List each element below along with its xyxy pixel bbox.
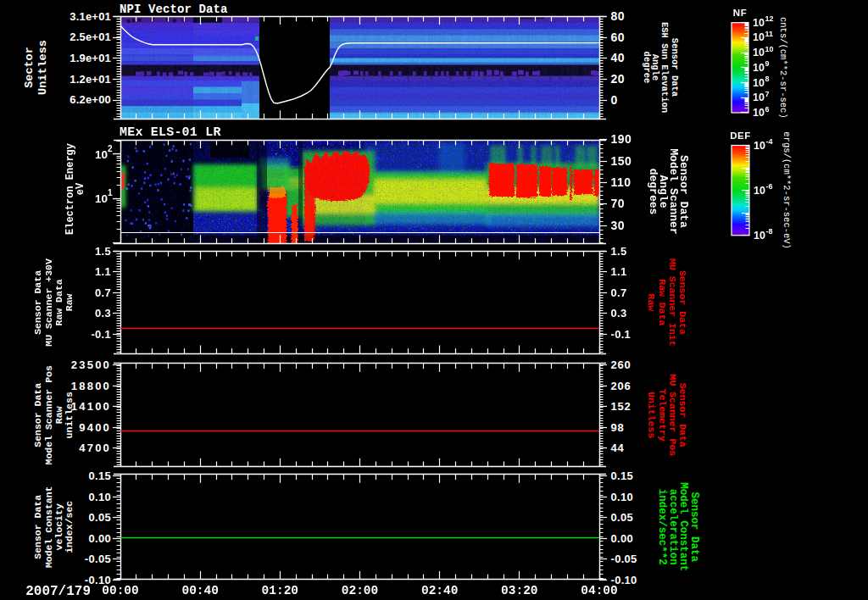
svg-text:degrees: degrees: [647, 169, 659, 215]
svg-text:00:40: 00:40: [181, 584, 219, 597]
svg-text:index/sec: index/sec: [64, 501, 75, 553]
svg-text:10: 10: [765, 45, 774, 53]
svg-text:1.9e+01: 1.9e+01: [70, 52, 111, 64]
svg-text:30: 30: [611, 219, 626, 232]
svg-text:ergs/(cm**2-sr-sec-eV): ergs/(cm**2-sr-sec-eV): [782, 131, 792, 249]
svg-text:0.3: 0.3: [95, 307, 111, 319]
svg-text:02:00: 02:00: [342, 584, 379, 597]
svg-text:9: 9: [765, 59, 770, 68]
svg-text:1: 1: [108, 188, 113, 197]
svg-text:10: 10: [753, 77, 765, 89]
svg-text:01:20: 01:20: [262, 584, 299, 597]
svg-text:03:20: 03:20: [501, 584, 538, 597]
svg-text:Unitless: Unitless: [646, 392, 657, 438]
svg-text:110: 110: [611, 175, 632, 189]
svg-text:0.05: 0.05: [611, 511, 634, 524]
svg-text:Model Constant: Model Constant: [43, 486, 54, 568]
svg-text:4700: 4700: [79, 442, 111, 454]
svg-text:DEF: DEF: [730, 131, 751, 141]
svg-text:0.00: 0.00: [88, 532, 111, 545]
svg-text:6: 6: [765, 105, 770, 114]
svg-text:NF: NF: [733, 8, 747, 18]
svg-text:1.1: 1.1: [95, 265, 111, 278]
svg-text:1.5: 1.5: [95, 245, 111, 258]
svg-text:10: 10: [753, 107, 765, 119]
svg-text:1.2e+01: 1.2e+01: [70, 73, 111, 86]
svg-text:Sensor Data: Sensor Data: [33, 383, 44, 447]
svg-text:-0.1: -0.1: [91, 328, 111, 341]
svg-text:10: 10: [95, 192, 108, 205]
svg-text:MU Scanner +30V: MU Scanner +30V: [43, 258, 54, 347]
svg-text:23500: 23500: [71, 358, 111, 371]
svg-text:10: 10: [95, 148, 108, 161]
svg-text:Telemetry: Telemetry: [657, 389, 668, 442]
svg-text:152: 152: [611, 400, 632, 413]
svg-text:260: 260: [611, 358, 632, 371]
svg-text:12: 12: [765, 14, 774, 23]
svg-text:40: 40: [611, 51, 626, 64]
svg-text:206: 206: [611, 380, 632, 392]
svg-text:-0.05: -0.05: [611, 553, 637, 565]
svg-text:98: 98: [611, 421, 625, 434]
svg-text:20: 20: [611, 72, 626, 86]
svg-text:2.5e+01: 2.5e+01: [70, 31, 111, 43]
svg-text:0.7: 0.7: [611, 286, 627, 299]
svg-text:3.1e+01: 3.1e+01: [70, 10, 111, 23]
svg-text:02:40: 02:40: [421, 584, 459, 597]
svg-text:Sensor Data: Sensor Data: [33, 495, 44, 559]
svg-text:6.2e+00: 6.2e+00: [70, 93, 111, 106]
svg-text:MEx ELS-01 LR: MEx ELS-01 LR: [120, 125, 221, 140]
svg-text:Model Scanner Pos: Model Scanner Pos: [43, 365, 54, 464]
svg-text:10: 10: [753, 62, 765, 74]
svg-text:2007/179: 2007/179: [25, 584, 91, 599]
svg-text:10: 10: [754, 230, 765, 242]
svg-text:0.7: 0.7: [95, 286, 111, 299]
svg-text:cnts/(cm**2-sr-sec): cnts/(cm**2-sr-sec): [778, 17, 788, 119]
svg-text:1.1: 1.1: [611, 265, 627, 278]
svg-text:0.00: 0.00: [611, 532, 634, 545]
svg-text:10: 10: [754, 185, 765, 197]
svg-text:-0.1: -0.1: [611, 328, 632, 341]
svg-text:Sector: Sector: [23, 47, 36, 88]
svg-text:80: 80: [611, 9, 626, 23]
svg-text:7: 7: [765, 90, 770, 98]
svg-text:Unitless: Unitless: [36, 40, 49, 95]
svg-text:0: 0: [611, 93, 618, 107]
svg-text:-4: -4: [766, 137, 773, 146]
svg-text:MU Scanner Pos: MU Scanner Pos: [667, 374, 678, 456]
svg-text:60: 60: [611, 31, 626, 44]
svg-text:190: 190: [611, 132, 632, 146]
svg-text:10: 10: [753, 17, 765, 29]
svg-text:8: 8: [765, 75, 770, 83]
svg-text:NPI Vector Data: NPI Vector Data: [120, 3, 228, 16]
svg-text:Raw: Raw: [64, 293, 75, 311]
svg-text:0.15: 0.15: [88, 469, 111, 482]
svg-text:MU Scanner Init: MU Scanner Init: [667, 258, 678, 347]
svg-text:0.10: 0.10: [88, 491, 111, 503]
svg-text:18800: 18800: [71, 380, 111, 392]
svg-text:70: 70: [611, 197, 626, 210]
svg-text:11: 11: [765, 30, 774, 38]
svg-text:10: 10: [753, 31, 765, 43]
svg-text:2: 2: [108, 144, 113, 153]
svg-text:Raw: Raw: [646, 293, 657, 311]
svg-text:10: 10: [753, 47, 765, 58]
svg-text:-0.05: -0.05: [85, 553, 111, 565]
svg-text:0.3: 0.3: [611, 307, 627, 319]
svg-text:1.5: 1.5: [611, 245, 627, 258]
svg-text:eV: eV: [75, 182, 86, 195]
svg-text:14100: 14100: [71, 400, 111, 413]
svg-text:-8: -8: [766, 227, 773, 236]
svg-text:9400: 9400: [79, 421, 111, 434]
svg-text:Raw Data: Raw Data: [657, 279, 668, 325]
svg-text:10: 10: [753, 92, 765, 103]
svg-text:index/sec**2: index/sec**2: [656, 489, 668, 565]
svg-text:44: 44: [611, 442, 625, 454]
svg-text:10: 10: [754, 140, 765, 152]
svg-text:Sensor Data: Sensor Data: [33, 270, 44, 335]
svg-text:degree: degree: [642, 52, 652, 84]
svg-text:04:00: 04:00: [581, 584, 618, 597]
svg-text:00:00: 00:00: [102, 584, 139, 597]
svg-text:0.05: 0.05: [88, 511, 111, 524]
svg-text:150: 150: [611, 154, 632, 168]
